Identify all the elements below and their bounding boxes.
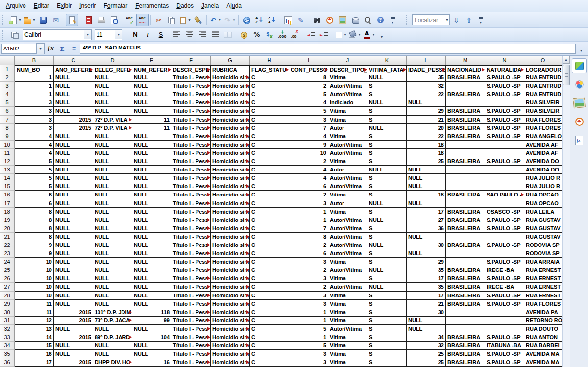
cell[interactable]: NULL <box>93 224 132 233</box>
cell[interactable]: BRASILEIRA <box>446 116 485 124</box>
find-text-input[interactable] <box>413 17 445 24</box>
row-number[interactable]: 1 <box>0 65 15 73</box>
cell[interactable]: NULL <box>54 224 93 233</box>
cell[interactable]: RUA FLORES <box>524 124 562 132</box>
cell[interactable]: Vitima <box>328 73 368 82</box>
cell[interactable]: 30 <box>407 241 446 249</box>
function-button[interactable]: = <box>68 43 80 54</box>
row-number[interactable]: 7 <box>0 116 15 124</box>
row-number[interactable]: 11 <box>0 149 15 157</box>
sort-ascending-button[interactable] <box>253 14 266 26</box>
cell[interactable]: ITABUNA -BA <box>485 342 524 350</box>
menu-arquivo[interactable]: Arquivo <box>2 1 30 11</box>
row-number[interactable]: 5 <box>0 98 15 107</box>
cell[interactable]: 29 <box>407 107 446 115</box>
cell[interactable]: Homicídio sim <box>211 166 250 174</box>
cell[interactable]: RUA FLORES <box>524 116 562 124</box>
cell[interactable]: C <box>250 116 289 124</box>
cell[interactable]: NULL <box>132 350 172 358</box>
cell[interactable]: RUA ENTRUD <box>524 82 562 90</box>
cell[interactable]: Homicídio sim <box>211 124 250 132</box>
cell[interactable]: Título I - Pess <box>172 224 211 233</box>
cell[interactable]: BRASILEIRA <box>446 266 485 274</box>
cell[interactable]: 6 <box>15 191 54 199</box>
cell[interactable]: Autor <box>328 166 368 174</box>
format-currency-button[interactable] <box>238 28 250 41</box>
cell[interactable]: NULL <box>368 166 407 174</box>
cell[interactable]: 6 <box>289 249 328 258</box>
row-number[interactable]: 26 <box>0 274 15 283</box>
cell[interactable]: 1 <box>289 216 328 224</box>
cell[interactable]: RUA GUSTAV <box>524 233 562 241</box>
format-standard-button[interactable] <box>263 28 276 41</box>
cell[interactable]: 3 <box>15 116 54 124</box>
cell[interactable]: C <box>250 107 289 115</box>
cell[interactable]: NULL <box>54 233 93 241</box>
column-header-E[interactable]: E <box>132 56 172 65</box>
cell[interactable]: Título I - Pess <box>172 98 211 107</box>
cell[interactable]: 4 <box>289 132 328 141</box>
cell[interactable]: Vitima <box>328 191 368 199</box>
cell[interactable]: 3 <box>15 107 54 115</box>
cell[interactable]: NULL <box>93 233 132 241</box>
column-header-N[interactable]: N <box>485 56 524 65</box>
cell[interactable] <box>446 308 485 317</box>
cell[interactable]: NULL <box>93 325 132 333</box>
cell[interactable]: 36 <box>407 224 446 233</box>
cell[interactable]: OSASCO -SP <box>485 208 524 216</box>
cell[interactable]: Homicídio sim <box>211 266 250 274</box>
cell[interactable]: Título I - Pess <box>172 199 211 208</box>
cell[interactable]: Título I - Pess <box>172 107 211 115</box>
cell[interactable]: 17 <box>407 292 446 300</box>
cell[interactable]: Título I - Pess <box>172 258 211 266</box>
cell[interactable]: 10 <box>15 283 54 291</box>
cell[interactable]: 3 <box>289 258 328 266</box>
cell[interactable]: S.PAULO -SP <box>485 258 524 266</box>
cell[interactable]: S <box>368 132 407 141</box>
cell[interactable]: 6 <box>289 182 328 191</box>
cell[interactable]: C <box>250 98 289 107</box>
cell[interactable]: Homicídio sim <box>211 98 250 107</box>
chevron-down-icon[interactable] <box>115 30 122 39</box>
cell[interactable]: 5 <box>289 90 328 98</box>
cell[interactable]: RUA DOUTO <box>524 325 562 333</box>
cell[interactable] <box>485 174 524 182</box>
cell[interactable]: SAO PAULO - <box>485 191 524 199</box>
cell[interactable] <box>485 182 524 191</box>
column-header-G[interactable]: G <box>211 56 250 65</box>
paste-button[interactable] <box>178 14 192 26</box>
cell[interactable]: 25 <box>407 350 446 358</box>
cell[interactable] <box>485 249 524 258</box>
cell[interactable]: 7 <box>289 124 328 132</box>
cell[interactable]: S.PAULO -SP <box>485 124 524 132</box>
cell[interactable]: Título I - Pess <box>172 292 211 300</box>
cell[interactable]: BRASILEIRA <box>446 107 485 115</box>
cell[interactable] <box>485 166 524 174</box>
bold-button[interactable]: N <box>129 28 142 41</box>
cell[interactable]: 5 <box>15 166 54 174</box>
cell[interactable]: NUM_BO <box>15 65 54 73</box>
cell[interactable] <box>485 325 524 333</box>
styles-window-button[interactable] <box>8 28 21 41</box>
cell[interactable]: NULL <box>132 233 172 241</box>
cell[interactable] <box>485 233 524 241</box>
cell[interactable]: Título I - Pess <box>172 241 211 249</box>
cell[interactable]: 3 <box>289 116 328 124</box>
cell[interactable]: Homicídio sim <box>211 283 250 291</box>
cell[interactable]: RODOVIA SP <box>524 241 562 249</box>
cell[interactable] <box>446 258 485 266</box>
cell[interactable]: RUA FLORES <box>524 300 562 308</box>
cell[interactable]: 73º D.P. JACA <box>93 317 132 325</box>
cell[interactable]: 4 <box>15 132 54 141</box>
cell[interactable]: NULL <box>93 199 132 208</box>
column-header-H[interactable]: H <box>250 56 289 65</box>
cell[interactable]: NULL <box>93 266 132 274</box>
cell[interactable]: Vitima <box>328 274 368 283</box>
redo-button[interactable]: ↷ <box>222 14 237 26</box>
cell[interactable]: S <box>368 300 407 308</box>
row-number[interactable]: 23 <box>0 249 15 258</box>
cell[interactable]: S <box>368 274 407 283</box>
cell[interactable] <box>446 149 485 157</box>
cell[interactable]: 1 <box>15 90 54 98</box>
cell[interactable]: AVENIDA MA <box>524 350 562 358</box>
